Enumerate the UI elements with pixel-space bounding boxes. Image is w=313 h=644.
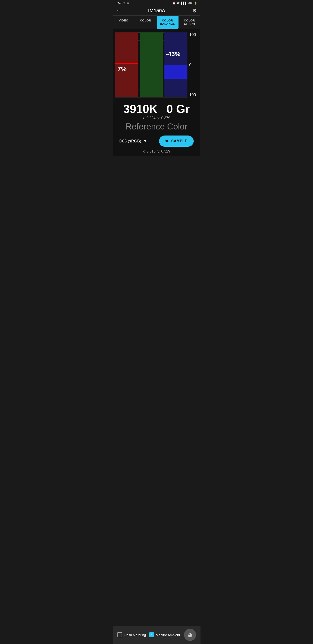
data-section: 3910K 0 Gr x: 0.384, y: 0.379 Reference … xyxy=(113,100,200,156)
tab-video[interactable]: VIDEO xyxy=(113,16,134,28)
status-icon-1: ⊡ xyxy=(123,1,125,5)
tab-bar: VIDEO COLOR COLOR BALANCE COLOR GRAPH xyxy=(113,16,200,29)
top-bar: ← IM150A ⚙ xyxy=(113,6,200,16)
dropdown-value: D65 (sRGB) xyxy=(119,139,141,144)
battery-icon: 🔋 xyxy=(194,2,197,5)
y-label-top: 100 xyxy=(189,32,198,37)
y-label-mid: 0 xyxy=(189,62,198,67)
dropdown-arrow-icon: ▼ xyxy=(143,139,147,143)
red-zero-marker xyxy=(115,62,138,64)
green-bar-background xyxy=(140,32,163,97)
red-bar-background xyxy=(115,32,138,97)
blue-bar-bottom xyxy=(164,79,187,97)
blue-bar-bright xyxy=(164,65,187,79)
blue-bar-column: -43% xyxy=(164,32,187,97)
network-label: 4G xyxy=(177,2,180,5)
alarm-icon: ⏰ xyxy=(172,2,176,5)
tab-color-graph[interactable]: COLOR GRAPH xyxy=(179,16,200,28)
measured-coords: x: 0.384, y: 0.379 xyxy=(117,116,196,120)
chart-area: 7% -43% 100 0 100 xyxy=(113,29,200,100)
green-value: 0 Gr xyxy=(166,103,190,115)
y-axis-labels: 100 0 100 xyxy=(187,32,198,97)
settings-button[interactable]: ⚙ xyxy=(192,8,197,14)
back-button[interactable]: ← xyxy=(116,8,121,14)
reference-dropdown[interactable]: D65 (sRGB) ▼ xyxy=(119,139,147,144)
page-title: IM150A xyxy=(148,8,165,14)
sample-button[interactable]: ✏ SAMPLE xyxy=(159,136,194,147)
red-percent-label: 7% xyxy=(117,66,126,73)
status-left: 9:52 ⊡ ⊘ xyxy=(116,1,129,5)
reference-color-label: Reference Color xyxy=(117,122,196,132)
status-right: ⏰ 4G ▌▌▌ 78% 🔋 xyxy=(172,2,197,5)
y-label-bot: 100 xyxy=(189,92,198,97)
blue-percent-label: -43% xyxy=(166,50,180,58)
status-time: 9:52 xyxy=(116,1,121,5)
temperature-value: 3910K xyxy=(123,103,158,115)
bars-area: 7% -43% xyxy=(115,32,187,97)
main-values: 3910K 0 Gr xyxy=(117,103,196,115)
reference-coords: x: 0.313, y: 0.329 xyxy=(117,149,196,156)
tab-color[interactable]: COLOR xyxy=(134,16,156,28)
red-bar-column: 7% xyxy=(115,32,138,97)
tab-color-balance[interactable]: COLOR BALANCE xyxy=(157,16,179,28)
eyedropper-icon: ✏ xyxy=(165,139,169,144)
green-bar-column xyxy=(140,32,163,97)
reference-controls: D65 (sRGB) ▼ ✏ SAMPLE xyxy=(117,136,196,147)
battery-label: 78% xyxy=(188,2,193,5)
status-bar: 9:52 ⊡ ⊘ ⏰ 4G ▌▌▌ 78% 🔋 xyxy=(113,0,200,6)
blue-bar-top xyxy=(164,32,187,65)
status-icon-2: ⊘ xyxy=(126,1,129,5)
signal-bars-icon: ▌▌▌ xyxy=(181,2,187,5)
sample-button-label: SAMPLE xyxy=(171,139,187,143)
